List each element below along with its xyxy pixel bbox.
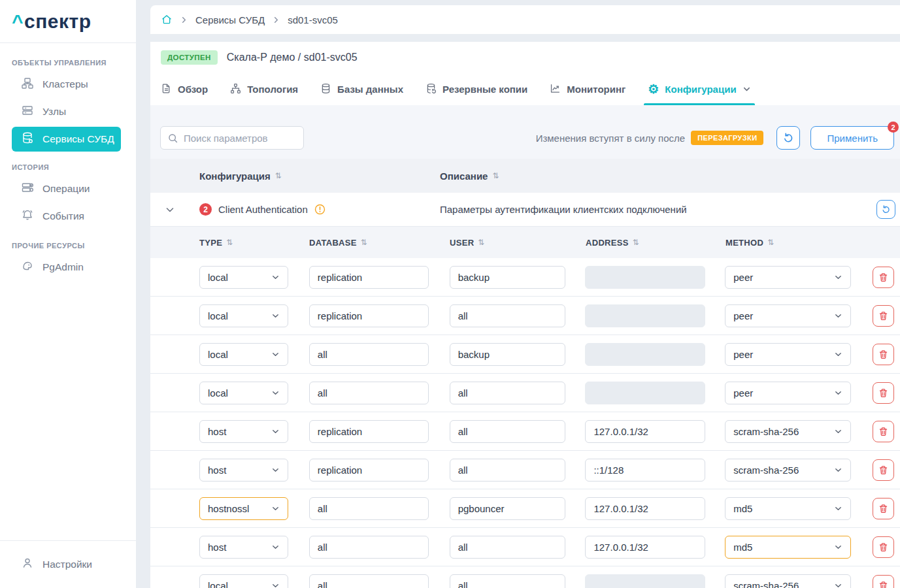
sort-icon[interactable]: ⇅ — [633, 238, 639, 247]
database-input[interactable] — [309, 536, 429, 559]
tab-topology[interactable]: Топология — [230, 73, 298, 105]
warning-icon — [314, 204, 325, 215]
method-select[interactable]: scram-sha-256 — [725, 459, 851, 482]
delete-row-button[interactable] — [873, 305, 894, 327]
method-select[interactable]: peer — [725, 343, 851, 366]
tab-label: Мониторинг — [567, 84, 625, 95]
delete-row-button[interactable] — [873, 498, 894, 519]
type-select[interactable]: host — [199, 536, 288, 559]
column-header-method[interactable]: METHOD — [725, 238, 763, 248]
database-input[interactable] — [309, 343, 429, 366]
database-input[interactable] — [309, 497, 429, 520]
column-header-type[interactable]: TYPE — [199, 238, 222, 248]
type-select-value: local — [208, 349, 228, 360]
sort-icon[interactable]: ⇅ — [478, 238, 484, 247]
sidebar-item-db-services[interactable]: Сервисы СУБД — [12, 127, 121, 152]
sidebar-item-clusters[interactable]: Кластеры — [0, 71, 136, 98]
type-select[interactable]: host — [199, 459, 288, 482]
sort-icon[interactable]: ⇅ — [226, 238, 233, 247]
method-select[interactable]: md5 — [725, 536, 851, 559]
address-input[interactable] — [585, 459, 705, 482]
sort-icon[interactable]: ⇅ — [492, 171, 499, 180]
user-input[interactable] — [450, 459, 565, 482]
column-header-config[interactable]: Конфигурация — [199, 171, 271, 182]
database-input[interactable] — [309, 574, 429, 588]
delete-row-button[interactable] — [873, 536, 894, 558]
address-input[interactable] — [585, 343, 705, 366]
type-select[interactable]: local — [199, 343, 288, 366]
tab-configurations[interactable]: ⚙ Конфигурации — [648, 73, 750, 105]
method-select-value: peer — [733, 310, 753, 321]
expand-chevron-icon[interactable] — [165, 204, 175, 218]
title-row: ДОСТУПЕН Скала-Р демо / sd01-svc05 — [150, 42, 900, 73]
address-input[interactable] — [585, 574, 705, 588]
address-input[interactable] — [585, 304, 705, 327]
app-logo: ^спектр — [0, 0, 136, 43]
sidebar-item-nodes[interactable]: Узлы — [0, 98, 136, 125]
group-reset-button[interactable] — [876, 200, 895, 219]
address-input[interactable] — [585, 382, 705, 404]
sidebar-item-label: Операции — [42, 183, 90, 195]
type-select[interactable]: local — [199, 382, 288, 404]
user-input[interactable] — [450, 343, 565, 366]
method-select[interactable]: scram-sha-256 — [725, 420, 851, 443]
tab-overview[interactable]: Обзор — [161, 73, 208, 105]
bell-icon — [21, 208, 34, 224]
method-select[interactable]: md5 — [725, 497, 851, 520]
type-select[interactable]: host — [199, 420, 288, 443]
logo-caret-icon: ^ — [12, 10, 24, 33]
delete-row-button[interactable] — [873, 382, 894, 404]
trash-icon — [878, 388, 888, 398]
column-header-description[interactable]: Описание — [440, 171, 488, 182]
column-header-user[interactable]: USER — [450, 238, 474, 248]
sidebar-item-pgadmin[interactable]: PgAdmin — [0, 253, 136, 281]
user-input[interactable] — [450, 536, 565, 559]
type-select[interactable]: local — [199, 266, 288, 289]
search-input[interactable] — [184, 133, 314, 144]
delete-row-button[interactable] — [873, 575, 894, 588]
tab-backups[interactable]: Резервные копии — [425, 73, 527, 105]
delete-row-button[interactable] — [873, 459, 894, 481]
refresh-button[interactable] — [776, 126, 800, 150]
delete-row-button[interactable] — [873, 267, 894, 288]
method-select[interactable]: peer — [725, 266, 851, 289]
method-select[interactable]: peer — [725, 382, 851, 404]
address-input[interactable] — [585, 497, 705, 520]
method-select[interactable]: scram-sha-256 — [725, 574, 851, 588]
breadcrumb-item-services[interactable]: Сервисы СУБД — [195, 14, 265, 25]
address-input[interactable] — [585, 420, 705, 443]
sidebar-item-events[interactable]: События — [0, 203, 136, 230]
home-icon[interactable] — [161, 14, 173, 25]
user-input[interactable] — [450, 420, 565, 443]
type-select[interactable]: hostnossl — [199, 497, 288, 520]
tab-databases[interactable]: Базы данных — [320, 73, 403, 105]
delete-row-button[interactable] — [873, 421, 894, 442]
delete-row-button[interactable] — [873, 344, 894, 365]
sort-icon[interactable]: ⇅ — [767, 238, 774, 247]
address-input[interactable] — [585, 536, 705, 559]
type-select[interactable]: local — [199, 304, 288, 327]
user-input[interactable] — [450, 304, 565, 327]
column-header-address[interactable]: ADDRESS — [586, 238, 629, 248]
address-input[interactable] — [585, 266, 705, 289]
apply-button[interactable]: Применить 2 — [810, 126, 894, 150]
user-input[interactable] — [450, 574, 565, 588]
sort-icon[interactable]: ⇅ — [275, 171, 282, 180]
database-input[interactable] — [309, 266, 429, 289]
chevron-down-icon — [834, 581, 842, 588]
database-input[interactable] — [309, 459, 429, 482]
sidebar-item-settings[interactable]: Настройки — [0, 553, 136, 576]
user-input[interactable] — [450, 266, 565, 289]
database-input[interactable] — [309, 304, 429, 327]
database-input[interactable] — [309, 420, 429, 443]
sort-icon[interactable]: ⇅ — [361, 238, 367, 247]
user-input[interactable] — [450, 497, 565, 520]
chevron-down-icon — [834, 273, 842, 282]
database-input[interactable] — [309, 382, 429, 404]
sidebar-item-operations[interactable]: Операции — [0, 175, 136, 203]
column-header-database[interactable]: DATABASE — [309, 238, 357, 248]
type-select[interactable]: local — [199, 574, 288, 588]
tab-monitoring[interactable]: Мониторинг — [550, 73, 625, 105]
user-input[interactable] — [450, 382, 565, 404]
method-select[interactable]: peer — [725, 304, 851, 327]
